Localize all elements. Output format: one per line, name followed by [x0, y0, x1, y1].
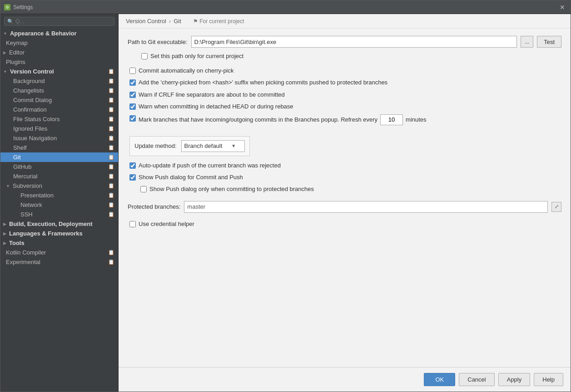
use-credential-label: Use credential helper	[139, 220, 194, 228]
copy-icon: 📋	[108, 145, 114, 151]
sidebar-item-presentation[interactable]: Presentation 📋	[0, 191, 118, 200]
protected-branches-input[interactable]	[184, 201, 548, 213]
copy-icon: 📋	[108, 135, 114, 141]
copy-icon: 📋	[108, 259, 114, 265]
auto-update-push-checkbox[interactable]	[129, 162, 136, 169]
sidebar-item-label: Changelists	[13, 87, 44, 94]
path-input[interactable]	[191, 36, 517, 48]
sidebar-item-issue-navigation[interactable]: Issue Navigation 📋	[0, 133, 118, 143]
commit-auto-checkbox[interactable]	[129, 68, 136, 74]
sidebar-item-label: Kotlin Compiler	[6, 249, 46, 256]
for-project-label: ⚑ For current project	[193, 18, 244, 24]
sidebar-item-tools[interactable]: ▶ Tools	[0, 238, 118, 248]
close-button[interactable]: ✕	[558, 4, 567, 11]
sidebar-item-label: Keymap	[6, 39, 28, 46]
search-icon: 🔍	[7, 19, 14, 24]
sidebar-item-label: Presentation	[20, 192, 54, 199]
sidebar-item-version-control[interactable]: ▼ Version Control 📋	[0, 67, 118, 76]
copy-icon: 📋	[108, 154, 114, 160]
commit-auto-label: Commit automatically on cherry-pick	[139, 67, 234, 75]
browse-button[interactable]: ...	[521, 36, 533, 48]
sidebar-item-label: Languages & Frameworks	[9, 230, 83, 237]
sidebar-item-changelists[interactable]: Changelists 📋	[0, 86, 118, 95]
refresh-minutes-input[interactable]	[380, 114, 403, 125]
mark-branches-row: Mark branches that have incoming/outgoin…	[128, 114, 561, 125]
use-credential-checkbox[interactable]	[129, 221, 136, 227]
copy-icon: 📋	[108, 126, 114, 132]
sidebar-item-commit-dialog[interactable]: Commit Dialog 📋	[0, 95, 118, 105]
auto-update-push-label: Auto-update if push of the current branc…	[139, 162, 281, 170]
expand-icon: ▼	[3, 69, 7, 74]
dropdown-arrow-icon: ▼	[231, 143, 236, 148]
expand-icon: ▶	[3, 231, 6, 236]
crlf-warn-label: Warn if CRLF line separators are about t…	[139, 91, 285, 99]
copy-icon: 📋	[108, 107, 114, 113]
update-method-value: Branch default	[184, 142, 223, 149]
sidebar-item-languages[interactable]: ▶ Languages & Frameworks	[0, 229, 118, 238]
help-button[interactable]: Help	[534, 373, 563, 386]
copy-icon: 📋	[108, 183, 114, 189]
app-icon: ⚙	[4, 4, 10, 10]
ok-button[interactable]: OK	[424, 373, 455, 386]
use-credential-row: Use credential helper	[128, 220, 561, 228]
sidebar: 🔍 ▼ Appearance & Behavior Keymap ▶ Edito…	[0, 14, 119, 392]
sidebar-item-mercurial[interactable]: Mercurial 📋	[0, 172, 118, 181]
copy-icon: 📋	[108, 202, 114, 208]
sidebar-item-label: Appearance & Behavior	[10, 30, 77, 37]
sidebar-item-plugins[interactable]: Plugins	[0, 57, 118, 67]
title-bar: ⚙ Settings ✕	[0, 0, 571, 14]
sidebar-item-build[interactable]: ▶ Build, Execution, Deployment	[0, 219, 118, 229]
copy-icon: 📋	[108, 211, 114, 217]
copy-icon: 📋	[108, 116, 114, 122]
mark-branches-checkbox[interactable]	[129, 115, 136, 122]
expand-protected-button[interactable]: ⤢	[551, 202, 561, 212]
sidebar-item-background[interactable]: Background 📋	[0, 76, 118, 86]
cherry-pick-checkbox[interactable]	[129, 79, 136, 86]
auto-update-push-row: Auto-update if push of the current branc…	[128, 162, 561, 170]
expand-icon: ▶	[3, 50, 6, 55]
test-button[interactable]: Test	[537, 36, 561, 48]
apply-button[interactable]: Apply	[498, 373, 531, 386]
sidebar-item-ignored-files[interactable]: Ignored Files 📋	[0, 124, 118, 133]
expand-icon: ▶	[3, 222, 6, 226]
crlf-warn-checkbox[interactable]	[129, 92, 136, 98]
sidebar-item-git[interactable]: Git 📋	[0, 152, 118, 162]
cherry-pick-label: Add the 'cherry-picked from <hash>' suff…	[139, 78, 387, 87]
sidebar-item-kotlin[interactable]: Kotlin Compiler 📋	[0, 248, 118, 257]
show-push-dialog-row: Show Push dialog for Commit and Push	[128, 173, 561, 181]
show-push-dialog-checkbox[interactable]	[129, 174, 136, 181]
sidebar-item-label: Version Control	[10, 68, 54, 75]
sidebar-item-experimental[interactable]: Experimental 📋	[0, 257, 118, 267]
sidebar-item-file-status-colors[interactable]: File Status Colors 📋	[0, 114, 118, 124]
copy-icon: 📋	[108, 192, 114, 198]
sidebar-item-label: Subversion	[13, 182, 42, 189]
sidebar-item-label: Shelf	[13, 144, 27, 151]
cancel-button[interactable]: Cancel	[459, 373, 494, 386]
sidebar-item-network[interactable]: Network 📋	[0, 200, 118, 210]
show-push-protected-label: Show Push dialog only when committing to…	[149, 185, 314, 193]
panel-body: Path to Git executable: ... Test Set thi…	[119, 29, 571, 367]
sidebar-item-appearance[interactable]: ▼ Appearance & Behavior	[0, 29, 118, 38]
commit-auto-row: Commit automatically on cherry-pick	[128, 67, 561, 75]
sidebar-item-subversion[interactable]: ▼ Subversion 📋	[0, 181, 118, 191]
show-push-protected-checkbox[interactable]	[140, 186, 147, 192]
update-method-label: Update method:	[134, 142, 177, 149]
update-method-select[interactable]: Branch default ▼	[181, 140, 245, 152]
expand-icon: ▶	[3, 241, 6, 245]
sidebar-item-editor[interactable]: ▶ Editor	[0, 48, 118, 57]
detached-head-checkbox[interactable]	[129, 103, 136, 110]
settings-window: ⚙ Settings ✕ 🔍 ▼ Appearance & Behavior K…	[0, 0, 571, 392]
show-push-dialog-label: Show Push dialog for Commit and Push	[139, 173, 243, 181]
search-input[interactable]	[15, 18, 111, 24]
sidebar-item-label: SSH	[20, 211, 33, 218]
set-path-checkbox[interactable]	[141, 53, 148, 59]
sidebar-item-keymap[interactable]: Keymap	[0, 38, 118, 48]
sidebar-item-confirmation[interactable]: Confirmation 📋	[0, 105, 118, 114]
sidebar-item-github[interactable]: GitHub 📋	[0, 162, 118, 172]
sidebar-item-shelf[interactable]: Shelf 📋	[0, 143, 118, 152]
sidebar-item-label: Experimental	[6, 259, 40, 265]
sidebar-item-label: GitHub	[13, 163, 31, 170]
sidebar-item-label: Background	[13, 78, 45, 84]
search-box[interactable]: 🔍	[4, 17, 114, 26]
sidebar-item-ssh[interactable]: SSH 📋	[0, 210, 118, 219]
